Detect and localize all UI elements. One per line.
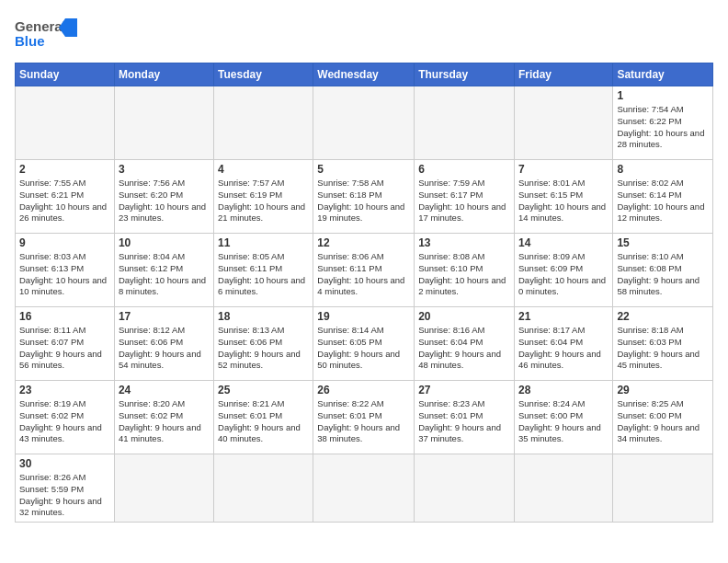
day-number: 12	[317, 236, 410, 249]
day-number: 23	[19, 384, 110, 396]
day-number: 13	[418, 236, 510, 249]
day-info: Sunrise: 8:06 AM Sunset: 6:11 PM Dayligh…	[317, 251, 410, 298]
calendar-table: SundayMondayTuesdayWednesdayThursdayFrid…	[15, 63, 713, 523]
calendar-week-5: 23Sunrise: 8:19 AM Sunset: 6:02 PM Dayli…	[16, 381, 713, 454]
calendar-cell: 29Sunrise: 8:25 AM Sunset: 6:00 PM Dayli…	[613, 381, 713, 454]
day-info: Sunrise: 8:14 AM Sunset: 6:05 PM Dayligh…	[317, 325, 410, 372]
day-info: Sunrise: 8:11 AM Sunset: 6:07 PM Dayligh…	[19, 325, 110, 372]
calendar-cell	[214, 86, 313, 160]
day-info: Sunrise: 7:54 AM Sunset: 6:22 PM Dayligh…	[617, 104, 709, 151]
day-number: 22	[617, 310, 709, 323]
day-info: Sunrise: 8:08 AM Sunset: 6:10 PM Dayligh…	[418, 251, 510, 298]
day-number: 19	[317, 310, 410, 323]
weekday-header-sunday: Sunday	[16, 63, 115, 86]
day-number: 7	[518, 163, 609, 176]
svg-text:Blue: Blue	[15, 33, 45, 49]
day-info: Sunrise: 7:55 AM Sunset: 6:21 PM Dayligh…	[19, 178, 110, 224]
day-number: 25	[218, 384, 309, 396]
logo: GeneralBlue	[15, 15, 79, 52]
day-number: 27	[418, 384, 510, 396]
day-info: Sunrise: 8:05 AM Sunset: 6:11 PM Dayligh…	[218, 251, 309, 298]
calendar-cell: 10Sunrise: 8:04 AM Sunset: 6:12 PM Dayli…	[114, 234, 213, 307]
day-number: 4	[218, 163, 309, 176]
calendar-week-1: 1Sunrise: 7:54 AM Sunset: 6:22 PM Daylig…	[16, 86, 713, 160]
day-info: Sunrise: 8:12 AM Sunset: 6:06 PM Dayligh…	[119, 325, 210, 372]
day-info: Sunrise: 8:26 AM Sunset: 5:59 PM Dayligh…	[19, 472, 110, 519]
calendar-week-4: 16Sunrise: 8:11 AM Sunset: 6:07 PM Dayli…	[16, 307, 713, 381]
weekday-header-tuesday: Tuesday	[214, 63, 313, 86]
day-info: Sunrise: 8:22 AM Sunset: 6:01 PM Dayligh…	[317, 398, 410, 445]
day-info: Sunrise: 8:19 AM Sunset: 6:02 PM Dayligh…	[19, 398, 110, 445]
calendar-cell	[613, 454, 713, 523]
day-info: Sunrise: 8:09 AM Sunset: 6:09 PM Dayligh…	[518, 251, 609, 298]
day-info: Sunrise: 8:23 AM Sunset: 6:01 PM Dayligh…	[418, 398, 510, 445]
calendar-cell	[16, 86, 115, 160]
calendar-cell: 7Sunrise: 8:01 AM Sunset: 6:15 PM Daylig…	[514, 160, 612, 234]
day-info: Sunrise: 7:58 AM Sunset: 6:18 PM Dayligh…	[317, 178, 410, 224]
weekday-header-friday: Friday	[514, 63, 612, 86]
day-number: 11	[218, 236, 309, 249]
svg-marker-2	[65, 18, 77, 37]
calendar-week-2: 2Sunrise: 7:55 AM Sunset: 6:21 PM Daylig…	[16, 160, 713, 234]
calendar-week-6: 30Sunrise: 8:26 AM Sunset: 5:59 PM Dayli…	[16, 454, 713, 523]
day-number: 21	[518, 310, 609, 323]
calendar-cell: 15Sunrise: 8:10 AM Sunset: 6:08 PM Dayli…	[613, 234, 713, 307]
calendar-cell	[114, 454, 213, 523]
logo-svg: GeneralBlue	[15, 15, 79, 52]
day-number: 28	[518, 384, 609, 396]
day-number: 17	[119, 310, 210, 323]
calendar-cell: 20Sunrise: 8:16 AM Sunset: 6:04 PM Dayli…	[415, 307, 515, 381]
calendar-cell: 17Sunrise: 8:12 AM Sunset: 6:06 PM Dayli…	[114, 307, 213, 381]
page-header: GeneralBlue	[15, 15, 713, 52]
day-info: Sunrise: 7:56 AM Sunset: 6:20 PM Dayligh…	[119, 178, 210, 224]
calendar-cell: 11Sunrise: 8:05 AM Sunset: 6:11 PM Dayli…	[214, 234, 313, 307]
calendar-cell	[214, 454, 313, 523]
weekday-header-wednesday: Wednesday	[313, 63, 415, 86]
calendar-cell: 9Sunrise: 8:03 AM Sunset: 6:13 PM Daylig…	[16, 234, 115, 307]
day-number: 29	[617, 384, 709, 396]
calendar-cell: 2Sunrise: 7:55 AM Sunset: 6:21 PM Daylig…	[16, 160, 115, 234]
day-number: 5	[317, 163, 410, 176]
day-info: Sunrise: 8:13 AM Sunset: 6:06 PM Dayligh…	[218, 325, 309, 372]
day-info: Sunrise: 8:01 AM Sunset: 6:15 PM Dayligh…	[518, 178, 609, 224]
calendar-cell: 23Sunrise: 8:19 AM Sunset: 6:02 PM Dayli…	[16, 381, 115, 454]
day-number: 9	[19, 236, 110, 249]
calendar-cell: 14Sunrise: 8:09 AM Sunset: 6:09 PM Dayli…	[514, 234, 612, 307]
calendar-cell: 24Sunrise: 8:20 AM Sunset: 6:02 PM Dayli…	[114, 381, 213, 454]
day-number: 26	[317, 384, 410, 396]
calendar-cell: 3Sunrise: 7:56 AM Sunset: 6:20 PM Daylig…	[114, 160, 213, 234]
weekday-header-saturday: Saturday	[613, 63, 713, 86]
day-number: 14	[518, 236, 609, 249]
calendar-cell: 16Sunrise: 8:11 AM Sunset: 6:07 PM Dayli…	[16, 307, 115, 381]
calendar-cell	[313, 86, 415, 160]
calendar-cell: 22Sunrise: 8:18 AM Sunset: 6:03 PM Dayli…	[613, 307, 713, 381]
day-info: Sunrise: 8:04 AM Sunset: 6:12 PM Dayligh…	[119, 251, 210, 298]
calendar-cell: 13Sunrise: 8:08 AM Sunset: 6:10 PM Dayli…	[415, 234, 515, 307]
day-number: 20	[418, 310, 510, 323]
calendar-cell: 21Sunrise: 8:17 AM Sunset: 6:04 PM Dayli…	[514, 307, 612, 381]
day-number: 16	[19, 310, 110, 323]
day-number: 18	[218, 310, 309, 323]
weekday-header-row: SundayMondayTuesdayWednesdayThursdayFrid…	[16, 63, 713, 86]
day-info: Sunrise: 8:24 AM Sunset: 6:00 PM Dayligh…	[518, 398, 609, 445]
calendar-cell: 30Sunrise: 8:26 AM Sunset: 5:59 PM Dayli…	[16, 454, 115, 523]
day-number: 1	[617, 89, 709, 102]
calendar-cell	[415, 86, 515, 160]
day-info: Sunrise: 8:16 AM Sunset: 6:04 PM Dayligh…	[418, 325, 510, 372]
calendar-cell: 18Sunrise: 8:13 AM Sunset: 6:06 PM Dayli…	[214, 307, 313, 381]
calendar-week-3: 9Sunrise: 8:03 AM Sunset: 6:13 PM Daylig…	[16, 234, 713, 307]
day-info: Sunrise: 8:10 AM Sunset: 6:08 PM Dayligh…	[617, 251, 709, 298]
calendar-cell: 19Sunrise: 8:14 AM Sunset: 6:05 PM Dayli…	[313, 307, 415, 381]
calendar-cell: 5Sunrise: 7:58 AM Sunset: 6:18 PM Daylig…	[313, 160, 415, 234]
calendar-cell: 25Sunrise: 8:21 AM Sunset: 6:01 PM Dayli…	[214, 381, 313, 454]
day-number: 10	[119, 236, 210, 249]
day-number: 24	[119, 384, 210, 396]
calendar-cell	[514, 86, 612, 160]
calendar-cell: 12Sunrise: 8:06 AM Sunset: 6:11 PM Dayli…	[313, 234, 415, 307]
day-info: Sunrise: 8:20 AM Sunset: 6:02 PM Dayligh…	[119, 398, 210, 445]
day-info: Sunrise: 8:18 AM Sunset: 6:03 PM Dayligh…	[617, 325, 709, 372]
day-info: Sunrise: 8:17 AM Sunset: 6:04 PM Dayligh…	[518, 325, 609, 372]
calendar-cell	[514, 454, 612, 523]
calendar-cell	[114, 86, 213, 160]
calendar-cell	[415, 454, 515, 523]
